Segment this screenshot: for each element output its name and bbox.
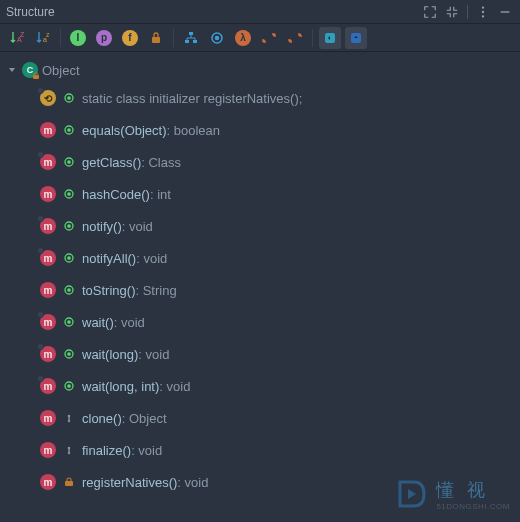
chevron-down-icon[interactable] <box>6 64 18 76</box>
show-fields-button[interactable]: f <box>119 27 141 49</box>
sort-alpha-button[interactable]: AZ <box>6 27 28 49</box>
member-row[interactable]: mfinalize(): void <box>0 434 520 466</box>
watermark-sub: 51DONGSHI.COM <box>436 502 510 511</box>
show-lambda-button[interactable]: λ <box>232 27 254 49</box>
svg-point-25 <box>68 225 70 227</box>
collapse-icon[interactable] <box>443 3 461 21</box>
initializer-icon: ⟲ <box>40 90 56 106</box>
visibility-public-icon <box>62 347 76 361</box>
visibility-public-icon <box>62 123 76 137</box>
svg-rect-15 <box>33 75 39 79</box>
svg-point-2 <box>482 15 484 17</box>
svg-rect-7 <box>152 37 160 43</box>
svg-point-12 <box>216 36 219 39</box>
watermark: 懂 视 51DONGSHI.COM <box>394 476 510 512</box>
svg-point-19 <box>68 129 70 131</box>
member-label: wait(long): void <box>82 347 169 362</box>
svg-point-0 <box>482 6 484 8</box>
visibility-public-icon <box>62 187 76 201</box>
svg-point-39 <box>68 447 71 450</box>
member-label: hashCode(): int <box>82 187 171 202</box>
svg-point-36 <box>68 415 71 418</box>
svg-point-41 <box>68 452 70 454</box>
member-label: registerNatives(): void <box>82 475 208 490</box>
member-label: notify(): void <box>82 219 153 234</box>
svg-text:z: z <box>46 31 50 38</box>
visibility-protected-icon <box>62 411 76 425</box>
member-label: getClass(): Class <box>82 155 181 170</box>
svg-rect-10 <box>193 40 197 43</box>
member-label: finalize(): void <box>82 443 162 458</box>
visibility-public-icon <box>62 315 76 329</box>
title-bar: Structure <box>0 0 520 24</box>
svg-text:Z: Z <box>20 31 25 38</box>
expand-all-button[interactable] <box>258 27 280 49</box>
svg-point-38 <box>68 420 70 422</box>
watermark-text: 懂 视 <box>436 478 510 502</box>
toolbar-divider <box>173 29 174 47</box>
hide-icon[interactable] <box>496 3 514 21</box>
method-icon: m <box>40 442 56 458</box>
more-icon[interactable] <box>474 3 492 21</box>
svg-point-35 <box>68 385 70 387</box>
show-inherited-button[interactable] <box>180 27 202 49</box>
member-row[interactable]: mnotifyAll(): void <box>0 242 520 274</box>
svg-point-23 <box>68 193 70 195</box>
member-row[interactable]: mwait(): void <box>0 306 520 338</box>
member-row[interactable]: ⟲static class initializer registerNative… <box>0 82 520 114</box>
collapse-all-button[interactable] <box>284 27 306 49</box>
svg-point-31 <box>68 321 70 323</box>
visibility-public-icon <box>62 219 76 233</box>
visibility-public-icon <box>62 155 76 169</box>
member-row[interactable]: mclone(): Object <box>0 402 520 434</box>
method-icon: m <box>40 474 56 490</box>
autoscroll-from-button[interactable] <box>345 27 367 49</box>
sort-visibility-button[interactable]: az <box>32 27 54 49</box>
member-row[interactable]: mhashCode(): int <box>0 178 520 210</box>
member-label: notifyAll(): void <box>82 251 167 266</box>
method-icon: m <box>40 378 56 394</box>
watermark-logo-icon <box>394 476 430 512</box>
visibility-public-icon <box>62 379 76 393</box>
show-interfaces-button[interactable]: I <box>67 27 89 49</box>
svg-point-21 <box>68 161 70 163</box>
member-row[interactable]: mgetClass(): Class <box>0 146 520 178</box>
show-anonymous-button[interactable] <box>206 27 228 49</box>
member-label: clone(): Object <box>82 411 167 426</box>
member-row[interactable]: mwait(long, int): void <box>0 370 520 402</box>
toolbar-divider <box>312 29 313 47</box>
title-actions <box>421 3 514 21</box>
member-row[interactable]: mtoString(): String <box>0 274 520 306</box>
method-icon: m <box>40 186 56 202</box>
visibility-public-icon <box>62 91 76 105</box>
autoscroll-source-button[interactable] <box>319 27 341 49</box>
member-label: wait(long, int): void <box>82 379 190 394</box>
member-label: static class initializer registerNatives… <box>82 91 302 106</box>
svg-point-27 <box>68 257 70 259</box>
member-row[interactable]: mwait(long): void <box>0 338 520 370</box>
member-row[interactable]: mequals(Object): boolean <box>0 114 520 146</box>
method-icon: m <box>40 154 56 170</box>
class-node[interactable]: C Object <box>0 58 520 82</box>
svg-point-1 <box>482 10 484 12</box>
show-properties-button[interactable]: p <box>93 27 115 49</box>
expand-icon[interactable] <box>421 3 439 21</box>
method-icon: m <box>40 250 56 266</box>
method-icon: m <box>40 410 56 426</box>
toolbar-divider <box>60 29 61 47</box>
structure-toolbar: AZ az I p f λ <box>0 24 520 52</box>
method-icon: m <box>40 346 56 362</box>
member-row[interactable]: mnotify(): void <box>0 210 520 242</box>
svg-rect-9 <box>185 40 189 43</box>
structure-tree[interactable]: C Object ⟲static class initializer regis… <box>0 52 520 510</box>
svg-point-33 <box>68 353 70 355</box>
method-icon: m <box>40 218 56 234</box>
method-icon: m <box>40 122 56 138</box>
visibility-private-icon <box>62 475 76 489</box>
show-locked-button[interactable] <box>145 27 167 49</box>
method-icon: m <box>40 314 56 330</box>
class-icon: C <box>22 62 38 78</box>
visibility-public-icon <box>62 283 76 297</box>
visibility-public-icon <box>62 251 76 265</box>
method-icon: m <box>40 282 56 298</box>
